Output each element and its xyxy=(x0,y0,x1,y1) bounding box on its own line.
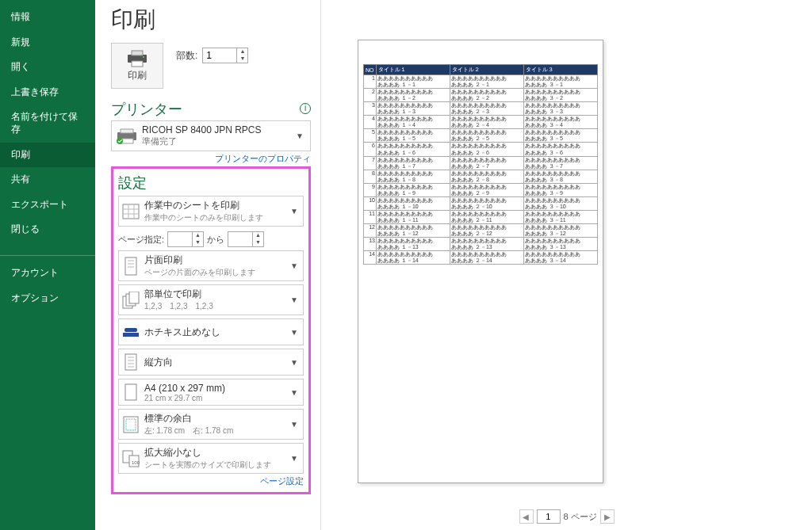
svg-point-3 xyxy=(143,56,144,58)
svg-rect-20 xyxy=(123,333,139,337)
print-button[interactable]: 印刷 xyxy=(111,43,163,89)
chevron-down-icon: ▼ xyxy=(289,328,300,337)
svg-rect-22 xyxy=(125,354,136,370)
backstage-sidebar: 情報新規開く上書き保存名前を付けて保存印刷共有エクスポート閉じる アカウントオプ… xyxy=(0,0,95,530)
sidebar-item[interactable]: 開く xyxy=(0,55,95,80)
page-icon xyxy=(122,382,140,402)
page-to-spinner[interactable]: ▲▼ xyxy=(228,231,264,247)
svg-rect-21 xyxy=(124,328,137,332)
copies-spinner[interactable]: ▲▼ xyxy=(202,48,248,63)
page-navigator: ◀ 8 ページ ▶ xyxy=(519,509,614,524)
orientation-select[interactable]: 縦方向 ▼ xyxy=(118,349,304,376)
chevron-down-icon: ▼ xyxy=(289,420,300,429)
chevron-down-icon: ▼ xyxy=(289,388,300,397)
spin-up-icon[interactable]: ▲ xyxy=(237,48,247,55)
chevron-down-icon: ▼ xyxy=(289,207,300,215)
margins-icon xyxy=(122,414,140,435)
info-icon[interactable]: i xyxy=(300,103,311,114)
spin-down-icon[interactable]: ▼ xyxy=(237,55,247,63)
svg-rect-13 xyxy=(125,257,136,275)
print-panel: 印刷 印刷 部数: ▲▼ i プリンター xyxy=(95,0,321,530)
what-to-print-select[interactable]: 作業中のシートを印刷作業中のシートのみを印刷します ▼ xyxy=(118,196,304,227)
printer-properties-link[interactable]: プリンターのプロパティ xyxy=(111,153,311,165)
current-page-input[interactable] xyxy=(536,509,560,524)
svg-rect-27 xyxy=(125,384,136,400)
svg-text:100: 100 xyxy=(132,460,140,465)
page-title: 印刷 xyxy=(111,5,311,35)
sidebar-item[interactable]: エクスポート xyxy=(0,193,95,218)
scale-icon: 100 xyxy=(122,448,140,469)
copies-input[interactable] xyxy=(203,48,236,63)
sidebar-item[interactable]: 共有 xyxy=(0,167,95,193)
svg-rect-1 xyxy=(132,51,143,55)
sidebar-item[interactable]: 上書き保存 xyxy=(0,80,95,105)
staple-select[interactable]: ホチキス止めなし ▼ xyxy=(118,318,304,345)
chevron-down-icon: ▼ xyxy=(294,132,305,140)
sidebar-item[interactable]: 名前を付けて保存 xyxy=(0,105,95,142)
svg-point-7 xyxy=(117,138,123,144)
margins-select[interactable]: 標準の余白左: 1.78 cm 右: 1.78 cm ▼ xyxy=(118,409,304,440)
settings-heading: 設定 xyxy=(118,173,304,193)
sidebar-item[interactable]: オプション xyxy=(0,286,95,311)
sidebar-item[interactable]: 印刷 xyxy=(0,143,95,168)
chevron-down-icon: ▼ xyxy=(289,454,300,463)
paper-size-select[interactable]: A4 (210 x 297 mm)21 cm x 29.7 cm ▼ xyxy=(118,379,304,406)
sidebar-item[interactable]: アカウント xyxy=(0,261,95,286)
settings-highlight-box: 設定 作業中のシートを印刷作業中のシートのみを印刷します ▼ ページ指定: ▲▼… xyxy=(111,166,311,494)
collate-select[interactable]: 部単位で印刷1,2,3 1,2,3 1,2,3 ▼ xyxy=(118,284,304,315)
page-from-spinner[interactable]: ▲▼ xyxy=(167,231,204,247)
printer-device-icon xyxy=(117,128,137,144)
one-side-icon xyxy=(122,256,140,276)
collate-icon xyxy=(122,290,140,311)
print-preview: NOタイトル１タイトル２タイトル３1ああああああああああああああ １－1ああああ… xyxy=(321,0,812,530)
chevron-down-icon: ▼ xyxy=(289,296,300,304)
page-range-row: ページ指定: ▲▼ から ▲▼ xyxy=(118,231,304,247)
portrait-icon xyxy=(122,352,140,372)
svg-rect-19 xyxy=(129,292,139,303)
scaling-select[interactable]: 100 拡大縮小なしシートを実際のサイズで印刷します ▼ xyxy=(118,443,304,474)
page-setup-link[interactable]: ページ設定 xyxy=(118,475,304,487)
svg-rect-5 xyxy=(121,129,133,133)
sidebar-item[interactable]: 情報 xyxy=(0,5,95,30)
stapler-icon xyxy=(122,322,140,342)
printer-select[interactable]: RICOH SP 8400 JPN RPCS 準備完了 ▼ xyxy=(111,120,311,151)
preview-table: NOタイトル１タイトル２タイトル３1ああああああああああああああ １－1ああああ… xyxy=(363,64,598,265)
prev-page-button[interactable]: ◀ xyxy=(519,509,533,524)
preview-page: NOタイトル１タイトル２タイトル３1ああああああああああああああ １－1ああああ… xyxy=(358,40,603,483)
chevron-down-icon: ▼ xyxy=(289,358,300,367)
next-page-button[interactable]: ▶ xyxy=(600,509,615,524)
sides-select[interactable]: 片面印刷ページの片面のみを印刷します ▼ xyxy=(118,250,304,281)
svg-rect-2 xyxy=(132,61,143,67)
sidebar-item[interactable]: 閉じる xyxy=(0,217,95,242)
sheet-icon xyxy=(122,201,140,222)
chevron-down-icon: ▼ xyxy=(289,261,300,270)
printer-icon xyxy=(126,50,148,67)
svg-rect-8 xyxy=(123,204,139,219)
printer-heading: プリンター xyxy=(111,100,311,119)
copies-label: 部数: xyxy=(176,49,197,63)
sidebar-item[interactable]: 新規 xyxy=(0,30,95,55)
